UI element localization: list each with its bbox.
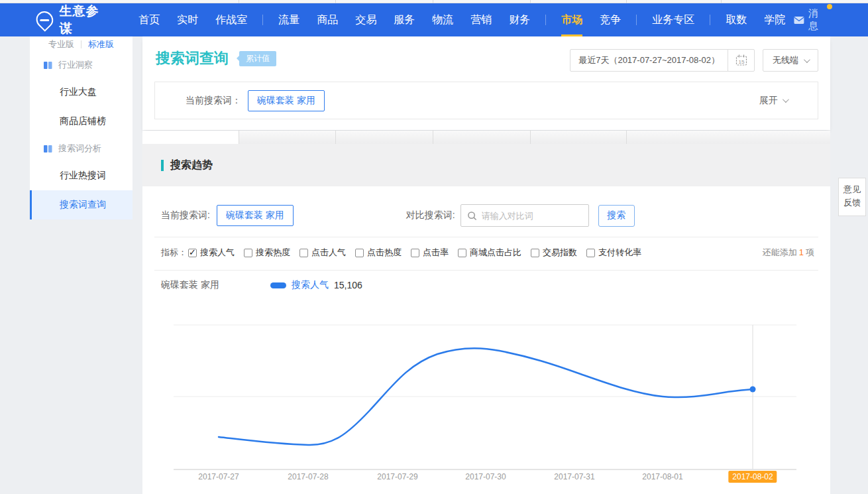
checkbox-payment-conversion[interactable]: 支付转化率: [586, 247, 641, 259]
legend-row: 碗碟套装 家用 搜索人气 15,106: [142, 275, 830, 295]
current-keyword-label: 当前搜索词:: [161, 210, 210, 221]
compare-keyword-input[interactable]: [482, 211, 581, 221]
section-title-bar: [161, 160, 164, 171]
nav-item-data-fetch[interactable]: 取数: [717, 3, 755, 36]
tab-segment-active[interactable]: [142, 131, 239, 144]
x-tick-label: 2017-07-27: [198, 472, 239, 481]
compass-logo-icon: [32, 8, 56, 32]
nav-item-traffic[interactable]: 流量: [270, 3, 308, 36]
version-standard-link[interactable]: 标准版: [88, 38, 114, 50]
terminal-dropdown[interactable]: 无线端: [763, 49, 818, 72]
x-tick-label-highlighted: 2017-08-02: [728, 471, 777, 483]
checkbox-mall-click-share[interactable]: 商城点击占比: [458, 247, 521, 259]
date-range-picker[interactable]: 最近7天（2017-07-27~2017-08-02） 15: [570, 49, 755, 72]
brand[interactable]: 生意参谋: [36, 3, 109, 37]
legend-keyword: 碗碟套装 家用: [161, 279, 219, 291]
current-keyword-bar: 当前搜索词： 碗碟套装 家用 展开: [154, 82, 818, 119]
terminal-selected-value: 无线端: [773, 54, 798, 66]
search-trend-section: 搜索趋势 当前搜索词: 碗碟套装 家用 对比搜索词: 搜索 指标：: [142, 144, 830, 494]
page-title: 搜索词查询: [156, 48, 229, 68]
nav-item-realtime[interactable]: 实时: [168, 3, 207, 36]
legend-series-toggle[interactable]: 搜索人气 15,106: [270, 279, 362, 291]
checkbox-icon: [355, 249, 364, 257]
trend-line-chart: 2017-07-27 2017-07-28 2017-07-29 2017-07…: [174, 318, 796, 489]
legend-color-pill: [270, 282, 286, 288]
top-navbar: 生意参谋 首页 实时 作战室 流量 商品 交易 服务 物流 营销 财务 市场 竞…: [0, 3, 868, 36]
checkbox-click-popularity[interactable]: 点击人气: [299, 247, 346, 259]
notification-badge: [827, 4, 832, 9]
nav-item-logistics[interactable]: 物流: [423, 3, 462, 36]
nav-item-business-zone[interactable]: 业务专区: [643, 3, 703, 36]
tab-segment[interactable]: [433, 131, 530, 144]
checkbox-icon: [458, 249, 466, 257]
checkbox-click-rate[interactable]: 点击率: [411, 247, 449, 259]
result-tab-strip: [142, 131, 830, 144]
nav-links: 首页 实时 作战室 流量 商品 交易 服务 物流 营销 财务 市场 竞争 业务专…: [130, 3, 794, 36]
nav-item-products[interactable]: 商品: [308, 3, 347, 36]
chart-canvas: [174, 318, 796, 472]
messages-button[interactable]: 消息: [794, 7, 827, 32]
x-tick-label: 2017-07-31: [554, 472, 594, 481]
nav-item-service[interactable]: 服务: [385, 3, 423, 36]
calendar-icon-button[interactable]: 15: [728, 50, 754, 71]
version-switch: 专业版 标准版: [30, 36, 133, 52]
tab-segment[interactable]: [530, 131, 626, 144]
search-icon: [467, 211, 477, 221]
nav-item-finance[interactable]: 财务: [500, 3, 539, 36]
nav-item-trade[interactable]: 交易: [347, 3, 385, 36]
keyword-compare-row: 当前搜索词: 碗碟套装 家用 对比搜索词: 搜索: [142, 204, 830, 227]
x-tick-label: 2017-07-29: [377, 472, 417, 481]
nav-item-marketing[interactable]: 营销: [462, 3, 500, 36]
divider: [154, 270, 818, 271]
checkbox-search-popularity[interactable]: 搜索人气: [188, 247, 235, 259]
checkbox-search-heat[interactable]: 搜索热度: [244, 247, 290, 259]
compare-keyword-field[interactable]: [461, 204, 589, 227]
search-button[interactable]: 搜索: [598, 205, 635, 227]
section-header: 搜索趋势: [142, 144, 830, 186]
sidebar-item-industry-overview[interactable]: 行业大盘: [30, 78, 133, 107]
compare-keyword-label: 对比搜索词:: [406, 210, 455, 221]
date-range-text: 最近7天（2017-07-27~2017-08-02）: [570, 50, 728, 71]
nav-item-academy[interactable]: 学院: [755, 3, 794, 36]
last-point-marker: [750, 387, 756, 393]
sidebar-group-industry-insight: 行业洞察: [30, 52, 133, 78]
page-header-card: 搜索词查询 累计值 最近7天（2017-07-27~2017-08-02） 15…: [142, 36, 830, 130]
version-pro-link[interactable]: 专业版: [48, 38, 74, 50]
nav-item-home[interactable]: 首页: [130, 3, 168, 36]
current-keyword-chip[interactable]: 碗碟套装 家用: [248, 90, 325, 111]
tab-segment[interactable]: [626, 131, 830, 144]
checkbox-icon: [244, 249, 252, 257]
tab-segment[interactable]: [335, 131, 433, 144]
nav-divider: [636, 15, 637, 25]
svg-text:15: 15: [738, 59, 744, 65]
nav-item-war-room[interactable]: 作战室: [207, 3, 256, 36]
envelope-icon: [794, 16, 804, 25]
chevron-down-icon: [804, 56, 810, 63]
chevron-down-icon: [783, 96, 789, 103]
current-keyword-chip[interactable]: 碗碟套装 家用: [217, 205, 294, 226]
x-axis-labels: 2017-07-27 2017-07-28 2017-07-29 2017-07…: [174, 472, 796, 487]
checkbox-icon: [531, 249, 539, 257]
section-body: 当前搜索词: 碗碟套装 家用 对比搜索词: 搜索 指标： 搜索人气: [142, 186, 830, 494]
nav-divider: [545, 15, 546, 25]
feedback-label-line2: 反馈: [839, 196, 865, 210]
nav-item-competition[interactable]: 竞争: [591, 3, 629, 36]
sidebar-item-product-shop-ranking[interactable]: 商品店铺榜: [30, 107, 133, 136]
sidebar-item-search-word-query[interactable]: 搜索词查询: [30, 190, 133, 219]
cumulative-value-tag: 累计值: [239, 51, 276, 66]
nav-divider: [262, 15, 263, 25]
checkbox-icon: [411, 249, 419, 257]
expand-toggle[interactable]: 展开: [759, 95, 787, 107]
checkbox-click-heat[interactable]: 点击热度: [355, 247, 402, 259]
divider: [81, 40, 81, 48]
sidebar: 专业版 标准版 行业洞察 行业大盘 商品店铺榜 搜索词分析 行业热搜词 搜索词查…: [30, 36, 133, 219]
divider: [154, 237, 818, 237]
checkbox-transaction-index[interactable]: 交易指数: [531, 247, 577, 259]
tab-segment[interactable]: [239, 131, 335, 144]
nav-item-market-active[interactable]: 市场: [553, 3, 591, 36]
legend-series-value: 15,106: [334, 280, 362, 290]
section-title: 搜索趋势: [170, 158, 213, 172]
sidebar-item-hot-search-words[interactable]: 行业热搜词: [30, 161, 133, 190]
feedback-button[interactable]: 意见 反馈: [838, 178, 866, 216]
remaining-count: 1: [797, 247, 806, 257]
